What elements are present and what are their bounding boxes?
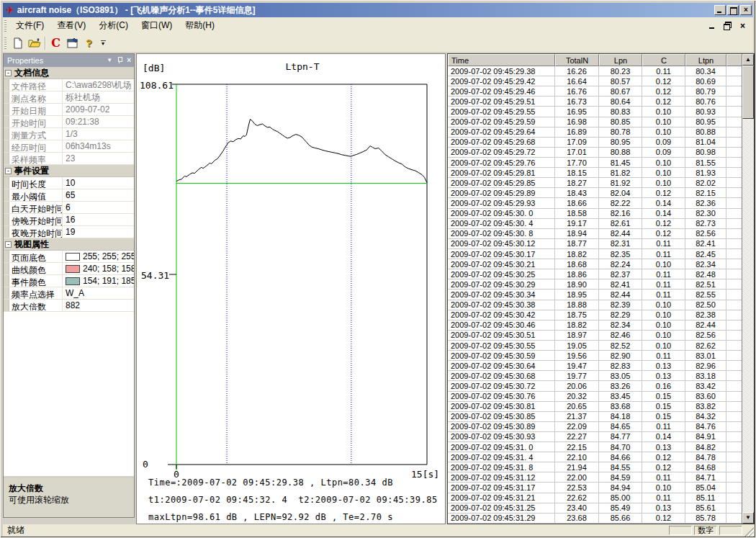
analysis-c-button[interactable]: C [48,35,64,51]
scrollbar-track[interactable] [742,119,754,512]
table-row[interactable]: 2009-07-02 09:45:29.5516.9580.830.1080.9… [448,107,742,117]
table-row[interactable]: 2009-07-02 09:45:29.5916.9880.850.1080.9… [448,117,742,127]
table-row[interactable]: 2009-07-02 09:45:30. 818.9482.440.1282.5… [448,229,742,239]
property-value[interactable]: 16 [63,214,134,225]
table-row[interactable]: 2009-07-02 09:45:30.3418.9582.440.1182.5… [448,290,742,300]
properties-button[interactable] [64,35,81,51]
table-row[interactable]: 2009-07-02 09:45:30.1718.8282.350.1182.4… [448,249,742,259]
table-row[interactable]: 2009-07-02 09:45:30. 419.1782.610.1282.7… [448,219,742,229]
table-row[interactable]: 2009-07-02 09:45:30.4618.8282.340.1082.4… [448,320,742,331]
column-header-time[interactable]: Time [448,54,555,66]
chart-panel[interactable]: [dB] Ltpn-T 108.61 54.31 0 0 15[s] Time=… [136,53,446,524]
table-row[interactable]: 2009-07-02 09:45:30.4218.7582.290.1082.3… [448,310,742,320]
table-row[interactable]: 2009-07-02 09:45:30.6419.4782.830.1382.9… [448,361,742,371]
property-value[interactable]: 栎社机场 [63,91,134,103]
table-row[interactable]: 2009-07-02 09:45:30.8922.0984.650.1184.7… [448,422,742,432]
table-row[interactable]: 2009-07-02 09:45:30.1218.7782.310.1182.4… [448,239,742,249]
column-header-lpn[interactable]: Lpn [599,54,642,66]
table-row[interactable]: 2009-07-02 09:45:30.8120.6583.680.1583.8… [448,402,742,412]
property-value[interactable]: 65 [63,189,134,201]
help-button[interactable]: ? [81,35,97,51]
property-value[interactable]: 255; 255; 255 [63,251,134,262]
table-row[interactable]: 2009-07-02 09:45:30.7620.3283.450.1583.6… [448,392,742,402]
property-value[interactable]: 10 [63,177,134,189]
ltpn-time-plot[interactable] [137,54,445,524]
table-row[interactable]: 2009-07-02 09:45:29.3816.2680.230.1180.3… [448,66,742,76]
mdi-minimize-icon[interactable] [708,22,717,30]
property-value[interactable]: 09:21:38 [63,116,134,127]
column-header-c[interactable]: C [642,54,685,66]
collapse-minus-icon[interactable]: - [5,70,12,76]
property-value[interactable]: 154; 191; 185 [63,275,134,287]
table-row[interactable]: 2009-07-02 09:45:29.5116.7380.640.1280.7… [448,97,742,107]
menu-view[interactable]: 查看(V) [50,17,92,35]
property-value[interactable]: 240; 158; 158 [63,263,134,274]
property-value[interactable]: 19 [63,226,134,238]
mdi-restore-icon[interactable] [723,22,732,30]
table-row[interactable]: 2009-07-02 09:45:31.1222.0084.590.1184.7… [448,472,742,483]
maximize-button[interactable] [727,5,739,15]
toolbar-gripper[interactable] [4,37,6,49]
new-document-button[interactable] [9,35,26,51]
property-category[interactable]: -事件设置 [4,165,134,177]
property-category[interactable]: -文档信息 [4,67,134,79]
resize-grip[interactable] [744,527,754,537]
table-row[interactable]: 2009-07-02 09:45:30.5919.5682.900.1183.0… [448,351,742,361]
table-row[interactable]: 2009-07-02 09:45:30.6819.7783.050.1383.1… [448,371,742,381]
property-value[interactable]: W_A [63,287,134,299]
property-value[interactable]: 1/3 [63,128,134,140]
table-row[interactable]: 2009-07-02 09:45:30. 018.5882.160.1482.3… [448,209,742,219]
panel-menu-chevron-icon[interactable]: ▼ [107,58,112,63]
table-row[interactable]: 2009-07-02 09:45:30.5118.9782.460.1082.5… [448,331,742,341]
table-row[interactable]: 2009-07-02 09:45:30.2118.6882.240.1082.3… [448,259,742,269]
table-row[interactable]: 2009-07-02 09:45:29.8518.2781.920.1082.0… [448,178,742,188]
panel-close-icon[interactable]: × [127,57,131,64]
table-row[interactable]: 2009-07-02 09:45:30.7220.0683.260.1683.4… [448,381,742,391]
scrollbar-thumb[interactable] [742,66,754,119]
table-row[interactable]: 2009-07-02 09:45:29.9318.6682.220.1482.3… [448,198,742,208]
table-row[interactable]: 2009-07-02 09:45:31.1722.5384.940.1085.0… [448,483,742,493]
table-row[interactable]: 2009-07-02 09:45:29.8918.4382.040.1282.1… [448,188,742,198]
table-row[interactable]: 2009-07-02 09:45:31. 821.9484.550.1284.6… [448,462,742,472]
collapse-minus-icon[interactable]: - [5,241,12,248]
property-value[interactable]: C:\awa6298\机场 [63,79,134,91]
mdi-close-icon[interactable]: × [738,22,747,30]
table-row[interactable]: 2009-07-02 09:45:31.2122.6285.000.1185.1… [448,493,742,503]
collapse-minus-icon[interactable]: - [5,168,12,174]
property-value[interactable]: 882 [63,300,134,311]
menubar-gripper[interactable] [4,20,6,32]
table-row[interactable]: 2009-07-02 09:45:29.4616.7680.670.1280.7… [448,86,742,97]
toolbar-overflow-button[interactable]: ▾ [98,35,108,51]
pin-icon[interactable] [117,57,122,64]
property-value[interactable]: 2009-07-02 [63,104,134,115]
table-row[interactable]: 2009-07-02 09:45:30.8521.3784.180.1584.3… [448,412,742,422]
menu-help[interactable]: 帮助(H) [179,17,221,35]
close-button[interactable]: × [740,5,752,15]
property-value[interactable]: 23 [63,153,134,164]
table-row[interactable]: 2009-07-02 09:45:30.9322.2784.770.1484.9… [448,432,742,442]
table-row[interactable]: 2009-07-02 09:45:31. 422.1084.660.1284.7… [448,452,742,462]
scroll-up-icon[interactable]: ▲ [742,54,754,66]
table-row[interactable]: 2009-07-02 09:45:31.2923.6885.660.1285.7… [448,514,742,524]
column-header-ltpn[interactable]: Ltpn [685,54,726,66]
table-row[interactable]: 2009-07-02 09:45:29.6817.0980.950.0981.0… [448,138,742,148]
property-value[interactable]: 06h34m13s [63,140,134,152]
table-row[interactable]: 2009-07-02 09:45:29.7217.0180.880.0980.9… [448,148,742,158]
property-value[interactable]: 6 [63,202,134,213]
table-row[interactable]: 2009-07-02 09:45:30.2518.8682.370.1182.4… [448,269,742,279]
property-category[interactable]: -视图属性 [4,238,134,251]
minimize-button[interactable] [714,5,726,15]
scroll-down-icon[interactable]: ▼ [742,512,754,524]
menu-file[interactable]: 文件(F) [9,17,50,35]
table-row[interactable]: 2009-07-02 09:45:31. 022.1584.700.1384.8… [448,442,742,452]
table-row[interactable]: 2009-07-02 09:45:30.2918.9082.410.1182.5… [448,279,742,290]
vertical-scrollbar[interactable]: ▲ ▼ [742,54,754,524]
table-row[interactable]: 2009-07-02 09:45:29.7617.7081.450.1081.5… [448,158,742,168]
table-row[interactable]: 2009-07-02 09:45:29.6416.8980.780.1080.8… [448,127,742,138]
table-row[interactable]: 2009-07-02 09:45:29.8118.1581.820.1081.9… [448,168,742,178]
open-file-button[interactable] [26,35,42,51]
menu-window[interactable]: 窗口(W) [135,17,179,35]
table-row[interactable]: 2009-07-02 09:45:30.3818.8882.390.1082.5… [448,300,742,310]
column-header-totaln[interactable]: TotalN [555,54,599,66]
table-row[interactable]: 2009-07-02 09:45:30.5519.0582.520.1082.6… [448,341,742,351]
